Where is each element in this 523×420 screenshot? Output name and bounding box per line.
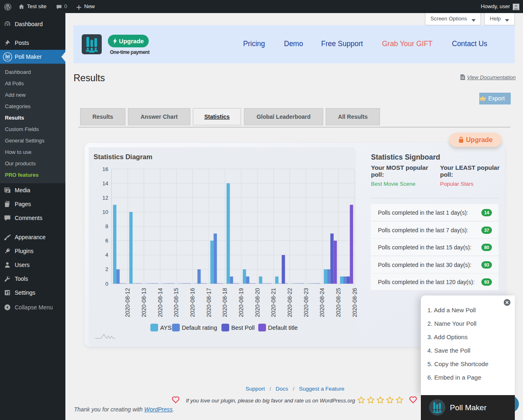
svg-text:2020-08-19: 2020-08-19	[238, 288, 244, 317]
svg-text:6: 6	[105, 238, 108, 244]
svg-text:Default rating: Default rating	[182, 324, 217, 331]
svg-text:2020-08-13: 2020-08-13	[141, 288, 147, 317]
svg-text:2020-08-25: 2020-08-25	[335, 288, 342, 317]
svg-text:10: 10	[103, 209, 108, 215]
svg-text:2020-08-23: 2020-08-23	[303, 288, 309, 317]
svg-text:2020-08-22: 2020-08-22	[286, 288, 293, 317]
svg-text:2020-08-15: 2020-08-15	[173, 288, 179, 317]
svg-text:4: 4	[105, 252, 108, 258]
svg-text:16: 16	[103, 166, 108, 172]
svg-text:2: 2	[105, 266, 108, 272]
svg-text:2020-08-16: 2020-08-16	[189, 288, 196, 317]
svg-text:8: 8	[105, 223, 108, 229]
svg-text:2020-08-18: 2020-08-18	[221, 288, 228, 317]
svg-text:2020-08-24: 2020-08-24	[319, 288, 325, 317]
svg-text:2020-08-26: 2020-08-26	[351, 288, 358, 317]
svg-text:2020-08-14: 2020-08-14	[157, 288, 163, 317]
svg-text:Statistics Diagram: Statistics Diagram	[94, 153, 152, 160]
svg-text:0: 0	[105, 281, 108, 287]
svg-text:2020-08-21: 2020-08-21	[270, 288, 277, 317]
svg-text:AYS: AYS	[160, 324, 172, 331]
svg-text:2020-08-12: 2020-08-12	[124, 288, 131, 317]
svg-text:2020-08-20: 2020-08-20	[254, 288, 261, 317]
svg-text:14: 14	[103, 180, 108, 187]
svg-text:12: 12	[103, 195, 108, 201]
svg-text:2020-08-17: 2020-08-17	[206, 288, 212, 317]
svg-text:Default title: Default title	[268, 324, 298, 331]
svg-text:Best Poll: Best Poll	[231, 324, 255, 331]
